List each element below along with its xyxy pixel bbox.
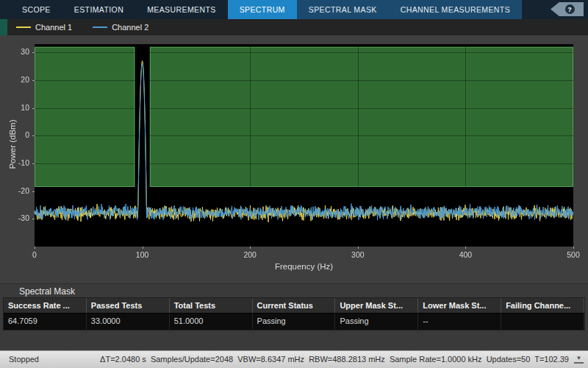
table-cell: 51.0000: [170, 314, 253, 330]
legend-label: Channel 2: [112, 23, 148, 32]
table-cell: Passing: [335, 314, 418, 330]
legend-item-channel-1[interactable]: Channel 1: [16, 23, 72, 32]
table-cell: 64.7059: [4, 314, 87, 330]
tab-channel-measurements[interactable]: CHANNEL MEASUREMENTS: [389, 0, 522, 19]
mask-table-body: 64.705933.000051.0000PassingPassing--: [4, 313, 584, 330]
x-axis-label: Frequency (Hz): [35, 262, 573, 271]
y-axis-label: Power (dBm): [8, 104, 17, 185]
status-bar: Stopped ΔT=2.0480 s Samples/Update=2048 …: [0, 350, 588, 368]
tab-measurements[interactable]: MEASUREMENTS: [135, 0, 227, 19]
column-header: Current Status: [253, 298, 336, 313]
legend: Channel 1Channel 2: [0, 19, 588, 35]
status-info: ΔT=2.0480 s Samples/Update=2048 VBW=8.63…: [100, 355, 569, 364]
help-label: ?: [567, 6, 572, 13]
toolbar: SCOPEESTIMATIONMEASUREMENTSSPECTRUMSPECT…: [0, 0, 588, 19]
legend-item-channel-2[interactable]: Channel 2: [93, 23, 148, 32]
spectral-mask-title: Spectral Mask: [19, 286, 588, 297]
spectral-mask-panel: Spectral Mask Success Rate ...Passed Tes…: [0, 283, 588, 352]
tab-spectral-mask[interactable]: SPECTRAL MASK: [297, 0, 389, 19]
table-cell: Passing: [253, 314, 336, 330]
table-row[interactable]: 64.705933.000051.0000PassingPassing--: [4, 313, 584, 330]
collapse-statusbar-icon[interactable]: ▼: [574, 354, 584, 364]
column-header: Lower Mask St...: [418, 298, 501, 313]
spectrum-canvas[interactable]: [0, 35, 588, 283]
column-header: Passed Tests: [87, 298, 170, 313]
tab-scope[interactable]: SCOPE: [10, 0, 62, 19]
help-icon: ?: [565, 4, 575, 14]
table-cell: --: [418, 314, 501, 330]
spectral-mask-table: Success Rate ...Passed TestsTotal TestsC…: [3, 297, 585, 330]
legend-label: Channel 1: [35, 23, 72, 32]
toolbar-tabs: SCOPEESTIMATIONMEASUREMENTSSPECTRUMSPECT…: [10, 0, 522, 19]
column-header: Total Tests: [170, 298, 253, 313]
spectrum-analyzer-window: SCOPEESTIMATIONMEASUREMENTSSPECTRUMSPECT…: [0, 0, 588, 368]
tab-spectrum[interactable]: SPECTRUM: [228, 0, 297, 19]
spectrum-plot-area: Frequency (Hz) Power (dBm): [0, 35, 588, 283]
column-header: Success Rate ...: [4, 298, 87, 313]
legend-accent: [0, 19, 7, 35]
tab-estimation[interactable]: ESTIMATION: [62, 0, 135, 19]
table-cell: 33.0000: [87, 314, 170, 330]
status-state: Stopped: [9, 355, 39, 364]
legend-line-swatch: [16, 26, 31, 28]
legend-line-swatch: [93, 26, 107, 28]
column-header: Upper Mask St...: [335, 298, 418, 313]
table-cell: [501, 314, 584, 330]
column-header: Failing Channe...: [501, 298, 584, 313]
mask-table-header: Success Rate ...Passed TestsTotal TestsC…: [4, 298, 584, 313]
help-button[interactable]: ?: [551, 2, 584, 16]
